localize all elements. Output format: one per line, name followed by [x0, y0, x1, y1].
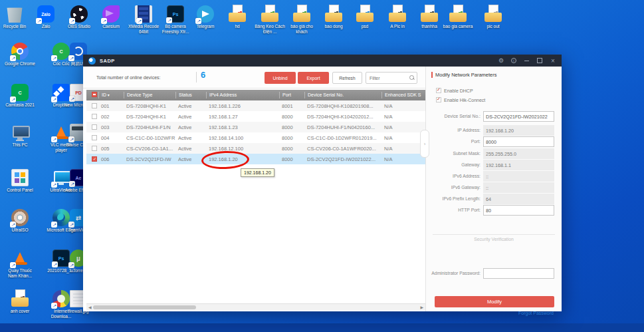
table-row[interactable]: 001 DS-7208HQHI-K1 Active 192.168.1.226 … — [86, 100, 425, 111]
table-row-selected[interactable]: 006 DS-2CV2Q21FD-IW Active 192.168.1.20 … — [86, 154, 425, 164]
field-ip-address: IP Address: — [426, 125, 562, 136]
table-row[interactable]: 005 CS-CV206-C0-1A1... Active 192.168.12… — [86, 143, 425, 154]
refresh-button[interactable]: Refresh — [332, 72, 362, 84]
minimize-button[interactable] — [523, 57, 530, 64]
header-port[interactable]: Port — [279, 92, 304, 98]
desktop-icon-recycle-bin[interactable]: Recycle Bin — [0, 5, 31, 29]
modify-network-panel: Modify Network Parameters Enable DHCP En… — [425, 67, 562, 311]
shortcut-arrow-icon — [51, 182, 57, 188]
shortcut-arrow-icon — [69, 96, 75, 102]
shortcut-arrow-icon — [69, 181, 75, 187]
row-checkbox[interactable] — [92, 124, 97, 130]
shortcut-arrow-icon — [51, 222, 57, 228]
zalo-icon: Zalo — [37, 5, 54, 23]
table-header[interactable]: ID Device Type Status IPv4 Address Port … — [86, 90, 425, 100]
desktop-icon-camtasia[interactable]: CCamtasia 2021 — [3, 84, 37, 108]
desktop-icon-bang-keo[interactable]: Bảng Keo Cách Điện ... — [253, 5, 286, 35]
ip-tooltip: 192.168.1.20 — [241, 168, 274, 177]
desktop-icon-xmedia-recode[interactable]: XMedia Recode 64bit — [127, 5, 160, 35]
desktop-icon-quay-thuoc[interactable]: Quầy Thuốc Nam Khán... — [3, 249, 37, 279]
header-device-type[interactable]: Device Type — [124, 92, 175, 98]
title-bar[interactable]: SADP — [83, 55, 562, 67]
table-row[interactable]: 003 DS-7204HUHI-F1/N Active 192.168.1.23… — [86, 122, 425, 132]
folder-icon — [356, 5, 374, 23]
folder-icon — [421, 5, 438, 23]
gateway-input — [483, 160, 554, 170]
security-verification-label: Security Verification — [426, 237, 562, 242]
row-checkbox-checked[interactable] — [92, 156, 97, 162]
settings-gear-icon[interactable] — [498, 57, 504, 64]
row-checkbox[interactable] — [92, 114, 97, 119]
header-ipv4[interactable]: IPv4 Address — [206, 92, 279, 98]
maximize-button[interactable] — [536, 57, 543, 64]
forgot-password-link[interactable]: Forgot Password — [518, 311, 554, 315]
admin-password-input[interactable] — [483, 268, 554, 279]
desktop-icon-anh-cover[interactable]: anh cover — [3, 290, 37, 314]
shortcut-arrow-icon — [68, 262, 74, 268]
telegram-icon — [197, 5, 214, 23]
header-status[interactable]: Status — [175, 92, 206, 98]
export-button[interactable]: Export — [298, 72, 329, 84]
enable-hik-connect-checkbox[interactable]: Enable Hik-Connect — [436, 97, 485, 102]
folder-icon — [261, 5, 278, 23]
panel-collapse-tab[interactable]: › — [420, 130, 429, 158]
header-id[interactable]: ID — [98, 92, 124, 98]
shortcut-arrow-icon — [68, 55, 74, 61]
select-all-checkbox[interactable] — [92, 92, 97, 97]
scroll-left-arrow-icon[interactable]: ◀ — [88, 305, 92, 310]
checkbox-checked-icon — [436, 88, 441, 93]
divider — [433, 234, 555, 235]
scroll-right-arrow-icon[interactable]: ▶ — [420, 305, 423, 310]
desktop-icon-psd[interactable]: psd — [348, 5, 381, 29]
folder-icon — [389, 5, 406, 23]
desktop-icon-telegram[interactable]: Telegram — [189, 5, 222, 29]
coc-coc-icon: C — [53, 43, 70, 60]
scrollbar-thumb[interactable] — [93, 305, 196, 309]
desktop-icon-bao-dong[interactable]: bao dong — [317, 5, 350, 29]
vlc-cone-icon — [11, 249, 29, 267]
http-port-input[interactable] — [483, 205, 554, 216]
shortcut-arrow-icon — [51, 303, 57, 309]
row-checkbox[interactable] — [92, 135, 97, 140]
desktop-icon-bao-gia-camera[interactable]: bao gia camera — [441, 5, 475, 29]
desktop-icon-bo-camera[interactable]: PsBộ camera Freeship Xtr... — [159, 5, 192, 35]
obs-icon — [70, 5, 88, 23]
desktop-icon-pic-out[interactable]: pic out — [477, 5, 510, 29]
device-serial-input[interactable] — [483, 111, 554, 122]
info-icon[interactable] — [511, 58, 516, 63]
shortcut-arrow-icon — [10, 222, 16, 228]
shortcut-arrow-icon — [68, 222, 74, 228]
desktop-icon-obs-studio[interactable]: OBS Studio — [62, 5, 96, 29]
field-ipv6-prefix: IPv6 Prefix Length: — [426, 194, 562, 204]
modify-button[interactable]: Modify — [435, 296, 554, 307]
row-checkbox[interactable] — [92, 103, 97, 108]
desktop-icon-ultraiso[interactable]: UltraISO — [3, 209, 37, 233]
desktop-icon-control-panel[interactable]: Control Panel — [3, 169, 37, 193]
port-input[interactable] — [483, 136, 554, 147]
desktop-icon-hd[interactable]: hd — [221, 5, 254, 29]
ipv6-prefix-input — [483, 194, 554, 204]
desktop-icon-a-pic-in[interactable]: A Pic in — [381, 5, 414, 29]
horizontal-scrollbar[interactable]: ◀ ▶ — [86, 303, 425, 310]
unbind-button[interactable]: Unbind — [265, 72, 296, 84]
desktop-icon-this-pc[interactable]: This PC — [3, 124, 37, 148]
enable-dhcp-checkbox[interactable]: Enable DHCP — [436, 88, 473, 93]
shortcut-arrow-icon — [68, 136, 74, 142]
photoshop-icon: Ps — [53, 249, 70, 267]
desktop-icon-bao-gia-cho-khach[interactable]: báo giá cho khách — [285, 5, 318, 35]
folder-icon — [449, 5, 467, 23]
desktop-icon-zalo[interactable]: ZaloZalo — [29, 5, 62, 29]
table-row[interactable]: 002 DS-7204HQHI-K1 Active 192.168.1.27 8… — [86, 111, 425, 122]
close-button[interactable] — [550, 57, 556, 64]
desktop-icon-caesium[interactable]: Caesium — [94, 5, 128, 29]
caesium-icon — [102, 5, 120, 23]
header-sdk[interactable]: Enhanced SDK S — [381, 92, 425, 98]
field-device-serial: Device Serial No.: — [426, 111, 562, 122]
shortcut-arrow-icon — [52, 261, 58, 267]
row-checkbox[interactable] — [92, 146, 97, 151]
table-row[interactable]: 004 CS-C1C-D0-1D2WFR Active 192.168.14.1… — [86, 132, 425, 143]
header-serial[interactable]: Device Serial No. — [304, 92, 381, 98]
field-subnet-mask: Subnet Mask: — [426, 148, 562, 159]
desktop-icon-google-chrome[interactable]: Google Chrome — [3, 43, 37, 67]
ipv6-address-input — [483, 171, 554, 182]
